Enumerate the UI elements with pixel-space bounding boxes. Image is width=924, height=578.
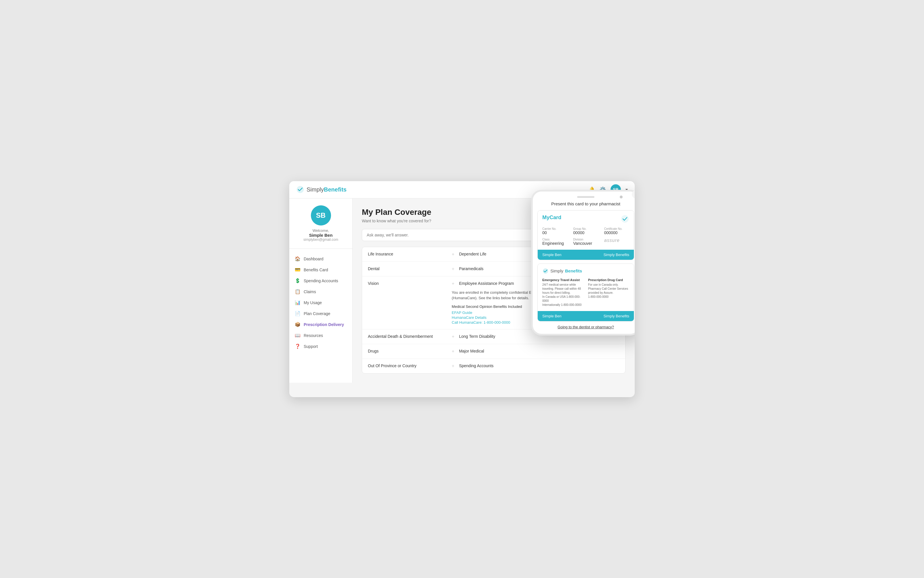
- logo-icon: [296, 185, 304, 193]
- sidebar-nav: 🏠 Dashboard 💳 Benefits Card 💲 Spending A…: [289, 253, 352, 352]
- class-field: Class Engineering: [542, 238, 567, 246]
- sidebar-item-plan-coverage[interactable]: 📄 Plan Coverage: [289, 308, 352, 319]
- sidebar-item-my-usage[interactable]: 📊 My Usage: [289, 297, 352, 308]
- sidebar-item-label: Spending Accounts: [304, 279, 338, 283]
- coverage-item: Employee Assistance Program: [459, 281, 514, 286]
- card-col-prescription: Prescription Drug Card For use in Canada…: [588, 278, 629, 307]
- modal-header: Present this card to your pharmacist: [537, 201, 634, 206]
- sidebar-item-prescription-delivery[interactable]: 📦 Prescription Delivery: [289, 319, 352, 330]
- insurance-card-2: SimplyBenefits Emergency Travel Assist 2…: [537, 263, 634, 321]
- sidebar-profile: SB Welcome, Simple Ben simplyben@gmail.c…: [289, 205, 352, 249]
- coverage-item: Dependent Life: [459, 252, 487, 256]
- spending-icon: 💲: [295, 278, 300, 283]
- sidebar-name: Simple Ben: [309, 233, 333, 238]
- dashboard-icon: 🏠: [295, 256, 300, 261]
- resources-icon: 📖: [295, 333, 300, 338]
- coverage-item: Long Term Disability: [459, 334, 495, 339]
- plus-icon: +: [451, 252, 454, 257]
- coverage-left-4: Accidental Death & Dismemberment: [368, 334, 451, 339]
- card-body-1: MyCard Carrier No. 00 Group No. 00000: [538, 211, 634, 250]
- cert-field: Certificate No. 000000: [604, 227, 629, 235]
- division-field: Division Vancouver: [573, 238, 598, 246]
- phone-speaker: [577, 196, 594, 198]
- phone-top-bar: [537, 196, 634, 198]
- insurance-card-1: MyCard Carrier No. 00 Group No. 00000: [537, 210, 634, 260]
- simply-logo-icon-2: [542, 268, 549, 274]
- svg-point-1: [621, 215, 629, 222]
- class-value: Engineering: [542, 241, 567, 246]
- sidebar-item-label: My Usage: [304, 300, 322, 305]
- prescription-text: For use in Canada only. Pharmacy Call Ce…: [588, 283, 629, 299]
- cert-label: Certificate No.: [604, 227, 629, 231]
- coverage-left-2: Dental: [368, 266, 451, 271]
- sidebar-email: simplyben@gmail.com: [303, 238, 338, 242]
- card1-footer-name: Simple Ben: [542, 253, 561, 257]
- card-two-cols: Emergency Travel Assist 24/7 medical ser…: [542, 278, 629, 307]
- plus-icon: +: [451, 266, 454, 271]
- prescription-title: Prescription Drug Card: [588, 278, 629, 282]
- card-fields-row1: Carrier No. 00 Group No. 00000 Certifica…: [542, 227, 629, 235]
- logo-area: SimplyBenefits: [296, 185, 346, 193]
- card2-simply: Simply: [550, 268, 563, 273]
- usage-icon: 📊: [295, 300, 300, 305]
- app-container: SimplyBenefits 🔔 ⚙️ SB ▾ SB Welcome, Sim…: [289, 181, 635, 397]
- card2-benefits: Benefits: [565, 268, 582, 273]
- phone-camera: [620, 196, 623, 198]
- travel-text: 24/7 medical service while traveling. Pl…: [542, 283, 584, 307]
- sidebar-item-support[interactable]: ❓ Support: [289, 341, 352, 352]
- simply-logo-row: SimplyBenefits: [542, 268, 629, 274]
- claims-icon: 📋: [295, 289, 300, 294]
- carrier-value: 00: [542, 231, 567, 235]
- cert-value: 000000: [604, 231, 629, 235]
- sidebar-item-label: Resources: [304, 333, 323, 338]
- prescription-icon: 📦: [295, 322, 300, 327]
- group-field: Group No. 00000: [573, 227, 598, 235]
- plan-coverage-icon: 📄: [295, 311, 300, 316]
- support-icon: ❓: [295, 344, 300, 349]
- sidebar-item-benefits-card[interactable]: 💳 Benefits Card: [289, 265, 352, 275]
- card2-footer-brand: Simply Benefits: [604, 314, 629, 318]
- card-check-icon: [621, 214, 629, 223]
- coverage-right-6: + Spending Accounts: [451, 364, 620, 369]
- sidebar-item-dashboard[interactable]: 🏠 Dashboard: [289, 253, 352, 265]
- coverage-left-3: Vision: [368, 281, 451, 286]
- logo-text: SimplyBenefits: [307, 186, 346, 193]
- sidebar-item-label: Benefits Card: [304, 268, 328, 272]
- sidebar-item-claims[interactable]: 📋 Claims: [289, 286, 352, 297]
- group-label: Group No.: [573, 227, 598, 231]
- card1-footer: Simple Ben Simply Benefits: [538, 250, 634, 260]
- class-label: Class: [542, 238, 567, 241]
- coverage-right-5: + Major Medical: [451, 349, 620, 354]
- coverage-item: Major Medical: [459, 349, 484, 353]
- card-col-travel: Emergency Travel Assist 24/7 medical ser…: [542, 278, 584, 307]
- sidebar-item-spending-accounts[interactable]: 💲 Spending Accounts: [289, 275, 352, 286]
- division-value: Vancouver: [573, 241, 598, 246]
- coverage-item: Spending Accounts: [459, 364, 494, 368]
- sidebar-item-label: Dashboard: [304, 257, 324, 261]
- table-row: Out Of Province or Country + Spending Ac…: [362, 359, 625, 373]
- coverage-left-1: Life Insurance: [368, 252, 451, 256]
- mycard-title: MyCard: [542, 214, 561, 221]
- table-row: Drugs + Major Medical: [362, 344, 625, 359]
- sidebar-item-label: Support: [304, 344, 318, 349]
- group-value: 00000: [573, 231, 598, 235]
- card2-footer: Simple Ben Simply Benefits: [538, 311, 634, 321]
- card2-footer-name: Simple Ben: [542, 314, 561, 318]
- division-label: Division: [573, 238, 598, 241]
- dentist-link[interactable]: Going to the dentist or pharmacy?: [537, 325, 634, 329]
- card-fields-row2: Class Engineering Division Vancouver ass…: [542, 238, 629, 246]
- carrier-label: Carrier No.: [542, 227, 567, 231]
- plus-icon: +: [451, 364, 454, 369]
- plus-icon: +: [451, 349, 454, 354]
- sidebar-item-resources[interactable]: 📖 Resources: [289, 330, 352, 341]
- card-body-2: SimplyBenefits Emergency Travel Assist 2…: [538, 264, 634, 311]
- sidebar-item-label: Plan Coverage: [304, 311, 330, 316]
- sidebar: SB Welcome, Simple Ben simplyben@gmail.c…: [289, 198, 353, 383]
- assure-field: assure: [604, 238, 629, 243]
- plus-icon: +: [451, 281, 454, 286]
- carrier-field: Carrier No. 00: [542, 227, 567, 235]
- card1-footer-brand: Simply Benefits: [604, 253, 629, 257]
- coverage-item: Paramedicals: [459, 266, 484, 271]
- coverage-left-6: Out Of Province or Country: [368, 364, 451, 368]
- phone-modal: ✕ Present this card to your pharmacist M…: [531, 190, 635, 336]
